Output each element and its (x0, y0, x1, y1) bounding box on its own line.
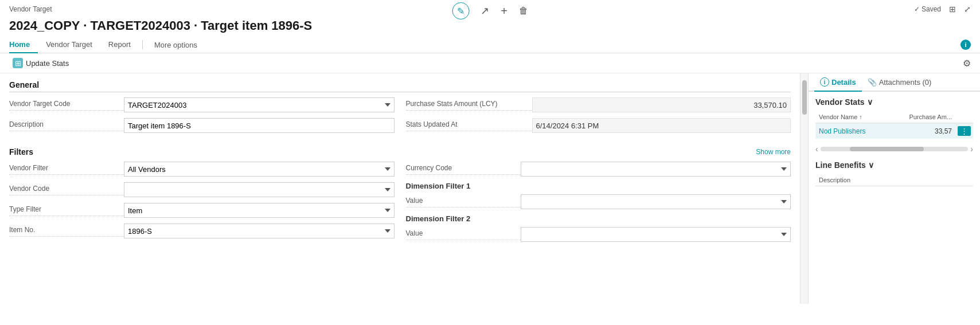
dim-filter2-section: Dimension Filter 2 Value (406, 214, 791, 242)
update-stats-icon: ⊞ (13, 58, 23, 68)
nav-divider (142, 40, 143, 49)
purchase-stats-input (532, 97, 791, 112)
saved-status: ✓ Saved (914, 5, 941, 13)
tab-report[interactable]: Report (100, 37, 139, 53)
show-more-link[interactable]: Show more (756, 148, 791, 156)
share-icon: ↗ (481, 5, 489, 17)
vendor-name-col-header: Vendor Name ↑ (815, 111, 888, 123)
delete-icon: 🗑 (519, 6, 528, 15)
description-row: Description (9, 118, 395, 134)
line-benefits-table: Description (815, 174, 973, 186)
line-benefits-section: Line Benefits ∨ Description (815, 160, 973, 186)
vendor-filter-row: Vendor Filter All Vendors (9, 161, 395, 177)
general-title: General (9, 80, 791, 92)
vendor-name-cell: Nod Publishers (815, 123, 888, 139)
vendor-code-row: Vendor Code (9, 182, 395, 198)
edit-button[interactable]: ✎ (452, 2, 469, 19)
open-window-button[interactable]: ⊞ (949, 5, 956, 14)
vendor-stats-section: Vendor Stats ∨ Vendor Name ↑ Purchase Am… (815, 97, 973, 156)
expand-icon: ⤢ (964, 5, 971, 14)
dim-filter1-section: Dimension Filter 1 Value (406, 182, 791, 210)
line-benefits-header[interactable]: Line Benefits ∨ (815, 160, 973, 170)
vendor-stats-header[interactable]: Vendor Stats ∨ (815, 97, 973, 107)
dim-filter1-label: Dimension Filter 1 (406, 182, 791, 190)
vendor-code-select[interactable] (124, 182, 395, 197)
item-no-label: Item No. (9, 226, 124, 237)
h-scroll-track (821, 147, 969, 151)
side-tab-attachments[interactable]: 📎 Attachments (0) (862, 73, 938, 92)
dim-filter1-value-select[interactable] (521, 194, 791, 209)
type-filter-row: Type Filter Item (9, 202, 395, 218)
vertical-scrollbar[interactable] (800, 73, 808, 304)
nav-tabs: Home Vendor Target Report More options i (0, 37, 980, 53)
side-panel-content: Vendor Stats ∨ Vendor Name ↑ Purchase Am… (809, 92, 980, 304)
h-scroll-left-arrow[interactable]: ‹ (815, 144, 818, 154)
vendor-target-label: Vendor Target (9, 5, 52, 13)
vendor-target-code-label: Vendor Target Code (9, 100, 124, 111)
vendor-target-code-select[interactable]: TARGET2024003 (124, 97, 395, 112)
vendor-stats-table: Vendor Name ↑ Purchase Am... Nod Publish… (815, 111, 973, 139)
vendor-name-link[interactable]: Nod Publishers (819, 127, 865, 135)
stats-updated-label: Stats Updated At (406, 120, 532, 131)
edit-icon: ✎ (457, 6, 464, 17)
top-toolbar: ✎ ↗ + 🗑 (452, 2, 528, 19)
vendor-code-label: Vendor Code (9, 185, 124, 195)
vendor-target-code-row: Vendor Target Code TARGET2024003 (9, 97, 395, 113)
purchase-amount-col-header: Purchase Am... (888, 111, 955, 123)
side-panel: i Details 📎 Attachments (0) Vendor Stats… (808, 73, 980, 304)
dim-filter2-value-select[interactable] (521, 227, 791, 242)
currency-code-label: Currency Code (406, 164, 521, 175)
stats-updated-row: Stats Updated At (406, 118, 791, 134)
stats-updated-input (532, 118, 791, 133)
vendor-stats-row: Nod Publishers 33,57 ⋮ (815, 123, 973, 139)
content-area: General Vendor Target Code TARGET2024003… (0, 73, 800, 304)
add-button[interactable]: + (501, 5, 507, 18)
type-filter-select[interactable]: Item (124, 203, 395, 218)
scroll-thumb[interactable] (802, 80, 807, 115)
action-toolbar: ⊞ Update Stats ⚙ (0, 53, 980, 73)
h-scroll-right-arrow[interactable]: › (970, 144, 973, 154)
info-icon: i (961, 40, 971, 50)
side-tab-details[interactable]: i Details (814, 73, 862, 92)
tab-vendor-target[interactable]: Vendor Target (38, 37, 100, 53)
filters-section: Filters Show more Vendor Filter All Vend… (9, 147, 791, 247)
settings-button[interactable]: ⚙ (963, 58, 971, 69)
line-benefits-chevron: ∨ (868, 160, 874, 170)
update-stats-button[interactable]: ⊞ Update Stats (9, 56, 72, 70)
purchase-stats-label: Purchase Stats Amount (LCY) (406, 100, 532, 111)
add-icon: + (501, 5, 507, 17)
dim-filter1-value-row: Value (406, 194, 791, 210)
description-input[interactable] (124, 118, 395, 133)
open-window-icon: ⊞ (949, 5, 956, 14)
saved-check-icon: ✓ (914, 5, 920, 13)
share-button[interactable]: ↗ (481, 5, 489, 17)
gear-icon: ⚙ (963, 58, 971, 68)
general-section: General Vendor Target Code TARGET2024003… (9, 80, 791, 138)
delete-button[interactable]: 🗑 (519, 6, 528, 16)
filters-title: Filters (9, 147, 33, 156)
type-filter-label: Type Filter (9, 205, 124, 216)
vendor-filter-label: Vendor Filter (9, 164, 124, 175)
h-scroll-bar: ‹ › (815, 142, 973, 156)
vendor-filter-select[interactable]: All Vendors (124, 162, 395, 177)
purchase-stats-row: Purchase Stats Amount (LCY) (406, 97, 791, 113)
item-no-row: Item No. 1896-S (9, 223, 395, 239)
dim-filter1-value-label: Value (406, 197, 521, 207)
item-no-select[interactable]: 1896-S (124, 224, 395, 238)
description-col-header: Description (815, 174, 973, 186)
dim-filter2-label: Dimension Filter 2 (406, 214, 791, 223)
currency-code-select[interactable] (521, 162, 791, 177)
h-scroll-thumb[interactable] (850, 147, 924, 151)
dim-filter2-value-label: Value (406, 229, 521, 240)
side-panel-tabs: i Details 📎 Attachments (0) (809, 73, 980, 92)
currency-code-row: Currency Code (406, 161, 791, 177)
vendor-row-options-button[interactable]: ⋮ (958, 126, 971, 136)
main-layout: General Vendor Target Code TARGET2024003… (0, 73, 980, 304)
tab-home[interactable]: Home (9, 37, 38, 53)
more-options[interactable]: More options (146, 37, 205, 53)
details-circle-icon: i (820, 77, 829, 87)
dim-filter2-value-row: Value (406, 226, 791, 242)
description-label: Description (9, 120, 124, 131)
expand-button[interactable]: ⤢ (964, 5, 971, 14)
attachments-clip-icon: 📎 (868, 78, 877, 87)
